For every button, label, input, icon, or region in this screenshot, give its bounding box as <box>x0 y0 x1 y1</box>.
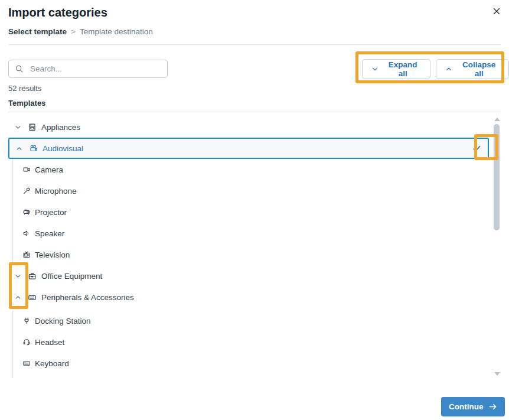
tree-item-label: Camera <box>35 165 63 174</box>
microphone-icon <box>22 187 31 195</box>
continue-label: Continue <box>449 402 484 411</box>
breadcrumb-separator: > <box>71 27 76 36</box>
page-title: Import categories <box>8 6 107 19</box>
audiovisual-children: Camera Microphone Projector Speaker <box>12 159 489 265</box>
camera-icon <box>22 165 31 174</box>
import-categories-dialog: Import categories Select template > Temp… <box>0 0 509 420</box>
tree-item-label: Docking Station <box>35 317 91 325</box>
template-tree: Appliances Audiovisual Camera <box>8 116 489 378</box>
breadcrumb: Select template > Template destination <box>8 27 153 36</box>
arrow-right-icon <box>488 402 497 411</box>
keyboard-icon <box>22 359 31 367</box>
chevron-down-icon[interactable] <box>14 123 22 131</box>
check-icon <box>472 144 482 154</box>
tree-item-label: Speaker <box>35 229 64 238</box>
search-box[interactable] <box>8 60 168 78</box>
search-icon <box>15 64 24 73</box>
continue-button[interactable]: Continue <box>441 397 505 416</box>
breadcrumb-next-step: Template destination <box>80 27 153 36</box>
appliances-icon <box>28 123 37 132</box>
tree-item-label: Peripherals & Accessories <box>41 293 134 302</box>
tree-item-label: Microphone <box>35 187 77 196</box>
peripherals-children: Docking Station Headset Keyboard <box>12 310 489 378</box>
expand-all-button[interactable]: Expand all <box>362 59 430 79</box>
tree-item-label: Headset <box>35 338 64 347</box>
tree-item-camera[interactable]: Camera <box>13 159 489 180</box>
collapse-all-label: Collapse all <box>458 60 500 78</box>
results-count: 52 results <box>8 84 41 93</box>
close-button[interactable] <box>490 5 503 18</box>
search-input[interactable] <box>29 64 161 74</box>
chevron-up-icon <box>445 65 453 73</box>
tree-item-audiovisual[interactable]: Audiovisual <box>8 138 489 159</box>
scroll-down-icon[interactable] <box>494 372 500 376</box>
tree-item-label: Keyboard <box>35 359 69 368</box>
collapse-all-button[interactable]: Collapse all <box>436 59 509 79</box>
television-icon <box>22 250 31 259</box>
tree-item-keyboard[interactable]: Keyboard <box>13 353 489 374</box>
header-divider <box>8 44 501 45</box>
speaker-icon <box>22 229 31 237</box>
tree-item-headset[interactable]: Headset <box>13 331 489 353</box>
chevron-up-icon[interactable] <box>14 294 22 301</box>
expand-collapse-button-group: Expand all Collapse all <box>362 59 509 79</box>
tree-item-docking-station[interactable]: Docking Station <box>13 310 489 331</box>
tree-item-speaker[interactable]: Speaker <box>13 223 489 244</box>
tree-item-label: Audiovisual <box>43 144 83 153</box>
tree-item-peripherals-accessories[interactable]: Peripherals & Accessories <box>8 286 489 308</box>
tree-item-television[interactable]: Television <box>13 244 489 265</box>
peripherals-icon <box>28 293 37 302</box>
tree-item-office-equipment[interactable]: Office Equipment <box>8 265 489 286</box>
chevron-up-icon[interactable] <box>15 145 23 152</box>
expand-all-label: Expand all <box>384 60 422 78</box>
projector-icon <box>22 208 31 216</box>
tree-item-label: Office Equipment <box>41 272 102 281</box>
chevron-down-icon[interactable] <box>14 272 22 280</box>
list-divider <box>8 112 501 112</box>
scrollbar-thumb[interactable] <box>494 124 500 230</box>
chevron-down-icon <box>371 65 379 73</box>
list-scrollbar[interactable] <box>493 116 501 377</box>
tree-item-label: Television <box>35 250 70 259</box>
headset-icon <box>22 338 31 346</box>
docking-station-icon <box>22 317 31 325</box>
tree-item-projector[interactable]: Projector <box>13 201 489 223</box>
templates-section-label: Templates <box>8 99 45 108</box>
tree-item-appliances[interactable]: Appliances <box>8 116 489 138</box>
close-icon <box>492 7 501 15</box>
tree-item-label: Appliances <box>41 123 80 132</box>
office-equipment-icon <box>28 272 37 281</box>
tree-item-label: Projector <box>35 208 67 217</box>
scroll-up-icon[interactable] <box>494 118 500 121</box>
audiovisual-icon <box>29 144 38 153</box>
tree-item-microphone[interactable]: Microphone <box>13 180 489 201</box>
breadcrumb-current-step[interactable]: Select template <box>8 27 67 36</box>
